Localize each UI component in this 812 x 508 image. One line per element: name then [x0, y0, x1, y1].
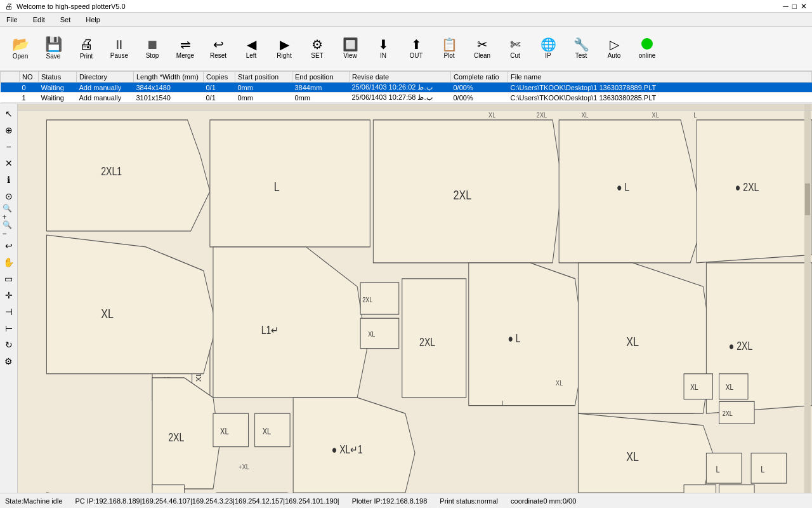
print-icon: 🖨: [79, 37, 93, 51]
label-xl-top2: 2XL: [537, 111, 547, 119]
anchor-left-tool[interactable]: ⊣: [2, 305, 16, 319]
pattern-piece-xl1-bc: ● XL↵1: [293, 398, 415, 493]
cursor-tool[interactable]: ↖: [2, 107, 16, 121]
test-icon: 🔧: [573, 38, 589, 51]
reset-icon: ↩: [213, 38, 224, 51]
svg-text:2XL1: 2XL1: [101, 166, 122, 178]
svg-rect-0: [18, 104, 812, 110]
left-sidebar: ↖ ⊕ − ✕ ℹ ⊙ 🔍+ 🔍− ↩ ✋ ▭ ✛ ⊣ ⊢ ↻ ⚙: [0, 104, 18, 493]
row-end-pos: 0mm: [292, 93, 350, 103]
info-tool[interactable]: ℹ: [2, 173, 16, 187]
zoom-in-tool[interactable]: 🔍+: [2, 206, 16, 220]
row-start-pos: 0mm: [235, 83, 292, 93]
svg-rect-31: [255, 413, 291, 446]
pattern-canvas: 2XL1 XL XL L 2XL: [18, 104, 812, 493]
svg-text:XL: XL: [101, 307, 114, 321]
col-header-no: [1, 72, 20, 83]
zoom-fit-tool[interactable]: ⊙: [2, 189, 16, 203]
menu-edit[interactable]: Edit: [29, 15, 49, 25]
left-label: Left: [246, 52, 257, 59]
status-bar: State:Machine idle PC IP:192.168.8.189|1…: [0, 493, 812, 508]
svg-text:L: L: [274, 180, 280, 194]
svg-text:2XL: 2XL: [419, 337, 435, 349]
move-tool[interactable]: ✛: [2, 288, 16, 302]
scroll-thumb[interactable]: [805, 184, 810, 215]
svg-text:XL: XL: [263, 426, 272, 436]
row-indicator: [1, 83, 20, 93]
stop-button[interactable]: ⏹ Stop: [137, 30, 167, 68]
canvas-area[interactable]: 2XL1 XL XL L 2XL: [18, 104, 812, 493]
pattern-piece-l-right: ● L: [559, 120, 703, 263]
svg-text:XL: XL: [220, 426, 229, 436]
row-status: Waiting: [39, 93, 77, 103]
label-xl-mr: XL: [556, 379, 563, 387]
right-scroll[interactable]: [804, 104, 811, 493]
in-button[interactable]: ⬇ IN: [368, 30, 398, 68]
menu-set[interactable]: Set: [56, 15, 75, 25]
row-no: 0: [20, 83, 39, 93]
auto-button[interactable]: ▷ Auto: [599, 30, 629, 68]
clean-icon: ✂: [477, 38, 488, 51]
col-header-revise: Revise date: [350, 72, 451, 83]
right-button[interactable]: ▶ Right: [269, 30, 299, 68]
undo-tool[interactable]: ↩: [2, 239, 16, 253]
maximize-button[interactable]: □: [792, 2, 797, 11]
col-header-ratio: Complete ratio: [451, 72, 508, 83]
online-label: online: [639, 52, 656, 59]
reset-button[interactable]: ↩ Reset: [203, 30, 233, 68]
settings2-tool[interactable]: ⚙: [2, 354, 16, 368]
view-button[interactable]: 🔲 View: [335, 30, 365, 68]
merge-button[interactable]: ⇌ Merge: [170, 30, 200, 68]
svg-text:2XL: 2XL: [168, 431, 184, 443]
rotate-tool[interactable]: ↻: [2, 338, 16, 352]
svg-text:L: L: [761, 464, 764, 474]
menu-help[interactable]: Help: [82, 15, 104, 25]
table-row[interactable]: 1 Waiting Add manually 3101x1540 0/1 0mm…: [1, 93, 812, 103]
out-button[interactable]: ⬆ OUT: [401, 30, 431, 68]
test-label: Test: [575, 52, 587, 59]
svg-rect-56: [719, 485, 755, 493]
pattern-piece-l-center: L: [210, 120, 370, 247]
select-rect-tool[interactable]: ▭: [2, 272, 16, 286]
test-button[interactable]: 🔧 Test: [566, 30, 596, 68]
svg-text:● 2XL: ● 2XL: [735, 182, 759, 194]
minus-tool[interactable]: −: [2, 140, 16, 154]
svg-text:L1↵: L1↵: [261, 324, 278, 337]
svg-text:● 2XL: ● 2XL: [729, 340, 753, 352]
open-button[interactable]: 📂 Open: [5, 30, 36, 68]
open-label: Open: [13, 53, 28, 60]
row-end-pos: 3844mm: [292, 83, 350, 93]
table-row[interactable]: 0 Waiting Add manually 3844x1480 0/1 0mm…: [1, 83, 812, 93]
svg-rect-42: [751, 453, 787, 483]
close-tool[interactable]: ✕: [2, 156, 16, 170]
set-button[interactable]: ⚙ SET: [302, 30, 332, 68]
plot-label: Plot: [443, 52, 454, 59]
label-xl-top4: XL: [652, 111, 659, 119]
hand-tool[interactable]: ✋: [2, 255, 16, 269]
view-label: View: [343, 52, 357, 59]
zoom-out-tool[interactable]: 🔍−: [2, 222, 16, 236]
print-button[interactable]: 🖨 Print: [71, 30, 102, 68]
col-header-end: End position: [292, 72, 350, 83]
clean-button[interactable]: ✂ Clean: [467, 30, 497, 68]
minimize-button[interactable]: ─: [783, 2, 789, 11]
pause-button[interactable]: ⏸ Pause: [104, 30, 134, 68]
menu-file[interactable]: File: [3, 15, 22, 25]
left-button[interactable]: ◀ Left: [236, 30, 266, 68]
anchor-right-tool[interactable]: ⊢: [2, 321, 16, 335]
ip-button[interactable]: 🌐 IP: [533, 30, 563, 68]
save-button[interactable]: 💾 Save: [38, 30, 69, 68]
zoom-area-tool[interactable]: ⊕: [2, 123, 16, 137]
ip-icon: 🌐: [540, 38, 556, 51]
machine-state: State:Machine idle: [5, 497, 63, 505]
row-start-pos: 0mm: [235, 93, 292, 103]
row-revise-date: 25/06/1403 10:27:58 ب.ظ: [350, 93, 451, 103]
plot-button[interactable]: 📋 Plot: [434, 30, 464, 68]
close-button[interactable]: ✕: [801, 2, 807, 11]
label-xl-top3: XL: [582, 111, 589, 119]
clean-label: Clean: [474, 52, 490, 59]
pattern-piece-xl-sbl: XL: [152, 485, 184, 493]
cut-button[interactable]: ✄ Cut: [500, 30, 530, 68]
stop-icon: ⏹: [146, 38, 159, 51]
pattern-piece-xl-sb2: XL: [255, 413, 291, 446]
